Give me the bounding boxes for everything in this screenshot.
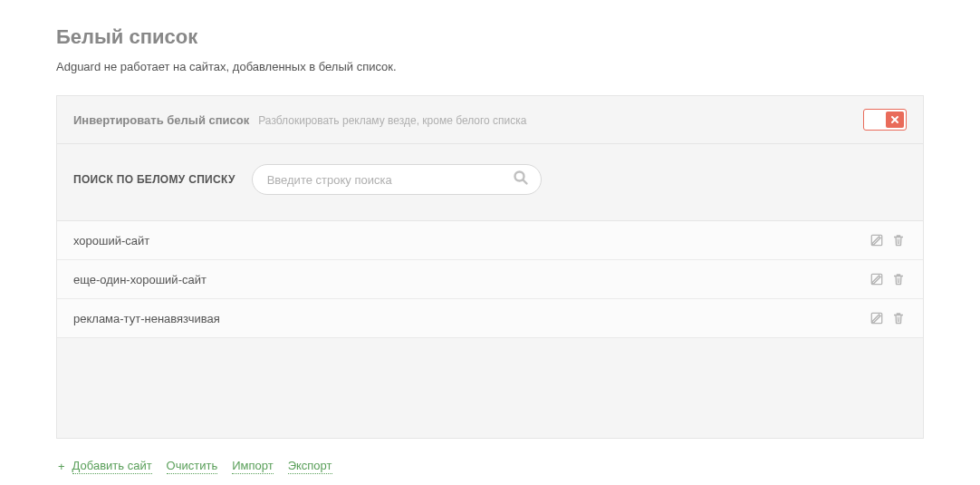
close-icon	[886, 112, 904, 128]
edit-icon[interactable]	[869, 232, 885, 248]
plus-icon: +	[58, 460, 65, 473]
row-actions	[869, 271, 907, 287]
panel-filler	[57, 338, 923, 438]
svg-rect-4	[871, 235, 881, 245]
invert-row: Инвертировать белый список Разблокироват…	[57, 96, 923, 144]
list-item: реклама-тут-ненавязчивая	[57, 299, 923, 338]
invert-label: Инвертировать белый список	[73, 113, 249, 127]
export-link[interactable]: Экспорт	[288, 459, 332, 474]
trash-icon[interactable]	[890, 271, 907, 287]
list-item-name: реклама-тут-ненавязчивая	[73, 312, 220, 325]
trash-icon[interactable]	[890, 232, 907, 248]
row-actions	[869, 310, 907, 326]
list-item-name: хороший-сайт	[73, 234, 149, 247]
clear-link[interactable]: Очистить	[167, 459, 218, 474]
svg-line-3	[523, 180, 526, 184]
invert-description: Разблокировать рекламу везде, кроме бело…	[258, 114, 526, 127]
list-item: хороший-сайт	[57, 221, 923, 260]
page-description: Adguard не работает на сайтах, добавленн…	[56, 60, 924, 73]
whitelist-items: хороший-сайтеще-один-хороший-сайтреклама…	[57, 221, 923, 338]
search-label: ПОИСК ПО БЕЛОМУ СПИСКУ	[73, 173, 235, 186]
trash-icon[interactable]	[890, 310, 907, 326]
add-site-link[interactable]: Добавить сайт	[72, 459, 152, 474]
invert-toggle[interactable]	[863, 109, 907, 131]
whitelist-panel: Инвертировать белый список Разблокироват…	[56, 95, 924, 439]
list-item-name: еще-один-хороший-сайт	[73, 273, 207, 286]
footer-actions: + Добавить сайт Очистить Импорт Экспорт	[56, 459, 924, 474]
search-row: ПОИСК ПО БЕЛОМУ СПИСКУ	[57, 144, 923, 221]
import-link[interactable]: Импорт	[232, 459, 273, 474]
search-input[interactable]	[252, 164, 542, 195]
search-icon	[513, 170, 529, 189]
svg-rect-7	[871, 274, 881, 284]
row-actions	[869, 232, 907, 248]
list-item: еще-один-хороший-сайт	[57, 260, 923, 299]
edit-icon[interactable]	[869, 310, 885, 326]
page-title: Белый список	[56, 25, 924, 49]
svg-rect-10	[871, 313, 881, 323]
edit-icon[interactable]	[869, 271, 885, 287]
